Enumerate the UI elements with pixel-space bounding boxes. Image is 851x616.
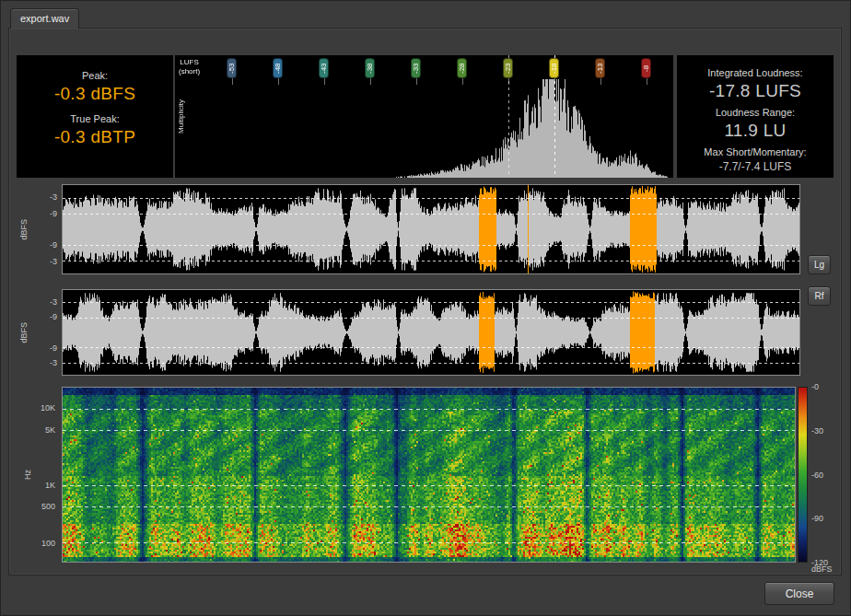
integrated-loudness-label: Integrated Loudness: <box>677 67 834 78</box>
max-short-momentary-label: Max Short/Momentary: <box>677 146 834 157</box>
colorbar-tick-label: -0 <box>811 382 819 391</box>
peak-panel: Peak: -0.3 dBFS True Peak: -0.3 dBTP <box>17 55 173 178</box>
lufs-scale-badge: -28 <box>457 58 467 78</box>
freq-tick-label: 1K <box>26 481 55 490</box>
waveform-channel-1 <box>62 184 800 274</box>
logscale-toggle-button[interactable]: Lg <box>808 255 831 274</box>
lufs-scale-badge: -13 <box>595 58 605 78</box>
spectrogram-canvas <box>62 387 796 563</box>
colorbar-tick-label: -90 <box>811 514 823 523</box>
waveform1-axis-unit: dBFS <box>18 184 29 274</box>
lufs-scale-badge: -33 <box>411 58 421 78</box>
lufs-scale-badge: -48 <box>273 58 283 78</box>
colorbar-unit-label: dBFS <box>811 564 833 574</box>
peak-label: Peak: <box>17 70 173 81</box>
rectified-toggle-button[interactable]: Rf <box>808 286 831 306</box>
loudness-histogram-panel: LUFS (short) Multiplicity -53-48-43-38-3… <box>175 55 673 178</box>
level-tick-label: -9 <box>33 312 57 321</box>
level-tick-label: -3 <box>33 358 57 367</box>
level-tick-label: -3 <box>33 192 57 202</box>
lufs-scale-badge: -43 <box>319 58 329 78</box>
freq-tick-label: 10K <box>26 403 55 413</box>
level-tick-label: -3 <box>33 257 57 266</box>
histogram-y-axis-label: Multiplicity <box>177 55 185 178</box>
level-tick-label: -9 <box>33 343 57 353</box>
waveform2-axis-unit: dBFS <box>18 289 29 376</box>
colorbar-tick-label: -30 <box>811 426 823 436</box>
lufs-scale-badge: -38 <box>365 58 375 78</box>
integrated-loudness-value: -17.8 LUFS <box>677 81 834 101</box>
freq-tick-label: 100 <box>26 539 55 548</box>
colorbar-tick-label: -60 <box>811 471 823 480</box>
loudness-range-value: 11.9 LU <box>677 121 834 141</box>
tab-export-wav[interactable]: export.wav <box>10 8 79 29</box>
spectrogram-freq-ticks: 10K5K1K500100 <box>26 387 55 563</box>
lufs-scale-badge: -8 <box>641 58 651 78</box>
spectrogram-colorbar <box>798 387 808 563</box>
freq-tick-label: 500 <box>26 502 55 511</box>
loudness-stats-panel: Integrated Loudness: -17.8 LUFS Loudness… <box>677 55 834 178</box>
colorbar-ticks: -0-30-60-90-120 <box>811 387 843 563</box>
lufs-scale-badge: -18 <box>549 58 559 78</box>
lufs-scale-badge: -23 <box>503 58 513 78</box>
level-tick-label: -9 <box>33 209 57 218</box>
peak-value: -0.3 dBFS <box>17 84 173 104</box>
level-tick-label: -9 <box>33 240 57 250</box>
max-short-momentary-value: -7.7/-7.4 LUFS <box>677 160 834 173</box>
loudness-range-label: Loudness Range: <box>677 107 834 118</box>
audio-analysis-window: export.wav Peak: -0.3 dBFS True Peak: -0… <box>0 0 851 616</box>
waveform1-level-ticks: -3-9-9-3 <box>33 184 57 274</box>
freq-tick-label: 5K <box>26 425 55 435</box>
lufs-scale-badge: -53 <box>227 58 237 78</box>
level-tick-label: -3 <box>33 297 57 307</box>
close-button[interactable]: Close <box>764 582 834 605</box>
waveform-channel-2 <box>62 289 800 376</box>
true-peak-value: -0.3 dBTP <box>17 127 173 147</box>
true-peak-label: True Peak: <box>17 113 173 124</box>
waveform2-level-ticks: -3-9-9-3 <box>33 289 57 376</box>
